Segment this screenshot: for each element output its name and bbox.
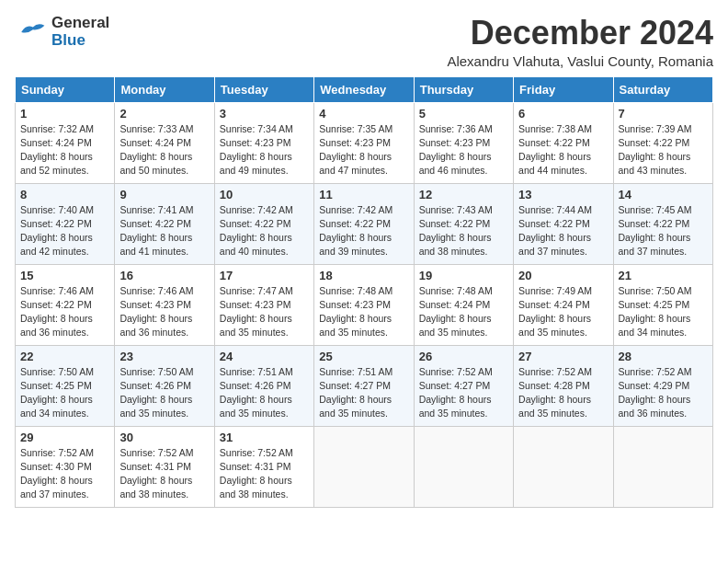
day-info: Sunrise: 7:52 AMSunset: 4:27 PMDaylight:… <box>419 365 508 421</box>
calendar-cell: 2Sunrise: 7:33 AMSunset: 4:24 PMDaylight… <box>115 102 214 183</box>
sunset-label: Sunset: 4:24 PM <box>419 299 491 310</box>
day-info: Sunrise: 7:34 AMSunset: 4:23 PMDaylight:… <box>220 122 309 178</box>
day-info: Sunrise: 7:52 AMSunset: 4:29 PMDaylight:… <box>619 365 708 421</box>
calendar-cell: 21Sunrise: 7:50 AMSunset: 4:25 PMDayligh… <box>613 264 712 345</box>
daylight-label: Daylight: 8 hours and 41 minutes. <box>119 232 192 257</box>
calendar-cell: 18Sunrise: 7:48 AMSunset: 4:23 PMDayligh… <box>314 264 414 345</box>
logo: General Blue <box>15 15 109 49</box>
day-info: Sunrise: 7:47 AMSunset: 4:23 PMDaylight:… <box>220 284 309 340</box>
day-info: Sunrise: 7:43 AMSunset: 4:22 PMDaylight:… <box>419 203 508 259</box>
day-number: 23 <box>119 350 209 363</box>
day-number: 7 <box>619 107 708 121</box>
day-number: 27 <box>518 350 608 363</box>
sunrise-label: Sunrise: 7:51 AM <box>220 366 293 377</box>
sunset-label: Sunset: 4:22 PM <box>319 218 391 229</box>
sunrise-label: Sunrise: 7:52 AM <box>518 366 592 377</box>
calendar-week-1: 1Sunrise: 7:32 AMSunset: 4:24 PMDaylight… <box>16 102 713 183</box>
sunset-label: Sunset: 4:22 PM <box>20 218 92 229</box>
daylight-label: Daylight: 8 hours and 52 minutes. <box>20 151 93 176</box>
day-number: 14 <box>619 188 708 201</box>
sunset-label: Sunset: 4:23 PM <box>119 299 191 310</box>
calendar-cell: 20Sunrise: 7:49 AMSunset: 4:24 PMDayligh… <box>514 264 613 345</box>
sunset-label: Sunset: 4:23 PM <box>319 137 391 148</box>
daylight-label: Daylight: 8 hours and 35 minutes. <box>419 394 492 419</box>
day-number: 13 <box>518 188 608 201</box>
day-info: Sunrise: 7:52 AMSunset: 4:31 PMDaylight:… <box>119 446 209 502</box>
calendar-header-row: SundayMondayTuesdayWednesdayThursdayFrid… <box>16 76 713 102</box>
calendar-cell: 24Sunrise: 7:51 AMSunset: 4:26 PMDayligh… <box>214 345 313 426</box>
calendar-cell: 23Sunrise: 7:50 AMSunset: 4:26 PMDayligh… <box>115 345 214 426</box>
sunset-label: Sunset: 4:24 PM <box>518 299 590 310</box>
day-info: Sunrise: 7:50 AMSunset: 4:26 PMDaylight:… <box>119 365 209 421</box>
day-info: Sunrise: 7:32 AMSunset: 4:24 PMDaylight:… <box>20 122 109 178</box>
calendar-cell: 26Sunrise: 7:52 AMSunset: 4:27 PMDayligh… <box>414 345 513 426</box>
daylight-label: Daylight: 8 hours and 50 minutes. <box>119 151 192 176</box>
daylight-label: Daylight: 8 hours and 40 minutes. <box>220 232 292 257</box>
day-number: 22 <box>20 350 109 363</box>
day-number: 28 <box>619 350 708 363</box>
sunset-label: Sunset: 4:22 PM <box>220 218 291 229</box>
day-number: 12 <box>419 188 508 201</box>
day-number: 30 <box>119 431 209 444</box>
calendar-cell: 29Sunrise: 7:52 AMSunset: 4:30 PMDayligh… <box>16 426 115 507</box>
calendar-cell: 13Sunrise: 7:44 AMSunset: 4:22 PMDayligh… <box>514 183 613 264</box>
page-header: General Blue December 2024 Alexandru Vla… <box>15 15 713 69</box>
day-info: Sunrise: 7:38 AMSunset: 4:22 PMDaylight:… <box>518 122 608 178</box>
day-header-tuesday: Tuesday <box>214 76 313 102</box>
calendar-cell: 27Sunrise: 7:52 AMSunset: 4:28 PMDayligh… <box>514 345 613 426</box>
calendar-cell: 9Sunrise: 7:41 AMSunset: 4:22 PMDaylight… <box>115 183 214 264</box>
daylight-label: Daylight: 8 hours and 35 minutes. <box>220 313 292 338</box>
day-info: Sunrise: 7:50 AMSunset: 4:25 PMDaylight:… <box>20 365 109 421</box>
sunset-label: Sunset: 4:22 PM <box>518 137 590 148</box>
sunrise-label: Sunrise: 7:50 AM <box>20 366 94 377</box>
sunset-label: Sunset: 4:23 PM <box>319 299 391 310</box>
day-number: 16 <box>119 269 209 282</box>
sunrise-label: Sunrise: 7:43 AM <box>419 204 493 215</box>
sunrise-label: Sunrise: 7:48 AM <box>319 285 392 296</box>
day-number: 29 <box>20 431 109 444</box>
day-info: Sunrise: 7:36 AMSunset: 4:23 PMDaylight:… <box>419 122 508 178</box>
day-header-friday: Friday <box>514 76 613 102</box>
calendar-cell: 10Sunrise: 7:42 AMSunset: 4:22 PMDayligh… <box>214 183 313 264</box>
day-info: Sunrise: 7:51 AMSunset: 4:27 PMDaylight:… <box>319 365 408 421</box>
sunrise-label: Sunrise: 7:52 AM <box>419 366 493 377</box>
daylight-label: Daylight: 8 hours and 35 minutes. <box>319 394 392 419</box>
month-title: December 2024 <box>447 15 713 52</box>
sunset-label: Sunset: 4:30 PM <box>20 461 92 472</box>
sunset-label: Sunset: 4:23 PM <box>419 137 491 148</box>
day-number: 5 <box>419 107 508 121</box>
sunrise-label: Sunrise: 7:35 AM <box>319 123 392 134</box>
calendar-cell: 22Sunrise: 7:50 AMSunset: 4:25 PMDayligh… <box>16 345 115 426</box>
sunset-label: Sunset: 4:22 PM <box>20 299 92 310</box>
calendar-cell: 19Sunrise: 7:48 AMSunset: 4:24 PMDayligh… <box>414 264 513 345</box>
sunrise-label: Sunrise: 7:32 AM <box>20 123 94 134</box>
daylight-label: Daylight: 8 hours and 38 minutes. <box>220 475 292 500</box>
day-info: Sunrise: 7:52 AMSunset: 4:28 PMDaylight:… <box>518 365 608 421</box>
day-info: Sunrise: 7:48 AMSunset: 4:23 PMDaylight:… <box>319 284 408 340</box>
sunrise-label: Sunrise: 7:51 AM <box>319 366 392 377</box>
sunset-label: Sunset: 4:31 PM <box>119 461 191 472</box>
calendar-week-4: 22Sunrise: 7:50 AMSunset: 4:25 PMDayligh… <box>16 345 713 426</box>
day-info: Sunrise: 7:52 AMSunset: 4:30 PMDaylight:… <box>20 446 109 502</box>
day-info: Sunrise: 7:46 AMSunset: 4:23 PMDaylight:… <box>119 284 209 340</box>
day-number: 10 <box>220 188 309 201</box>
sunrise-label: Sunrise: 7:41 AM <box>119 204 193 215</box>
sunset-label: Sunset: 4:22 PM <box>419 218 491 229</box>
sunrise-label: Sunrise: 7:48 AM <box>419 285 493 296</box>
day-number: 25 <box>319 350 408 363</box>
sunrise-label: Sunrise: 7:52 AM <box>619 366 692 377</box>
sunrise-label: Sunrise: 7:38 AM <box>518 123 592 134</box>
sunset-label: Sunset: 4:22 PM <box>619 218 690 229</box>
calendar-cell <box>414 426 513 507</box>
calendar-week-3: 15Sunrise: 7:46 AMSunset: 4:22 PMDayligh… <box>16 264 713 345</box>
daylight-label: Daylight: 8 hours and 35 minutes. <box>119 394 192 419</box>
calendar-cell: 16Sunrise: 7:46 AMSunset: 4:23 PMDayligh… <box>115 264 214 345</box>
day-number: 24 <box>220 350 309 363</box>
calendar-cell: 3Sunrise: 7:34 AMSunset: 4:23 PMDaylight… <box>214 102 313 183</box>
sunset-label: Sunset: 4:26 PM <box>220 380 291 391</box>
day-header-sunday: Sunday <box>16 76 115 102</box>
day-info: Sunrise: 7:44 AMSunset: 4:22 PMDaylight:… <box>518 203 608 259</box>
sunset-label: Sunset: 4:22 PM <box>619 137 690 148</box>
sunrise-label: Sunrise: 7:46 AM <box>20 285 94 296</box>
daylight-label: Daylight: 8 hours and 38 minutes. <box>119 475 192 500</box>
